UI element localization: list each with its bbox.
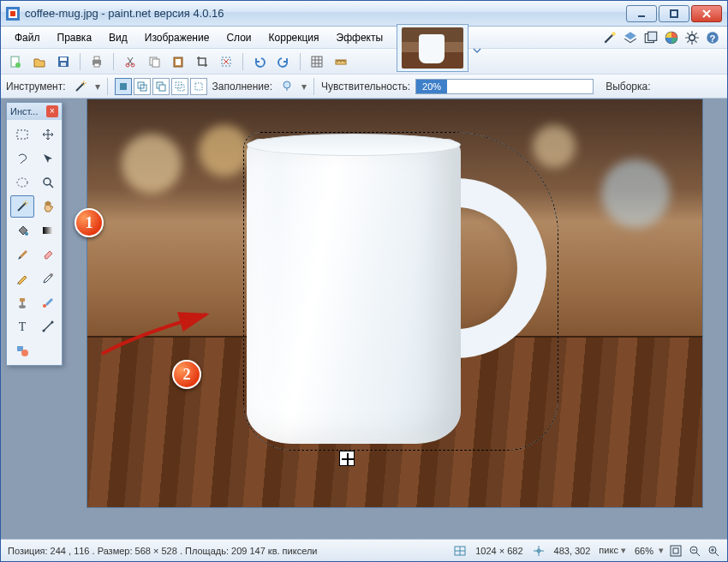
selection-replace-button[interactable] xyxy=(115,78,132,95)
text-tool[interactable]: T xyxy=(10,315,34,338)
lasso-tool[interactable] xyxy=(10,147,34,170)
selection-add-button[interactable] xyxy=(134,78,151,95)
tolerance-value: 20% xyxy=(416,80,447,93)
tools-window-close-button[interactable]: × xyxy=(46,105,58,117)
window-controls xyxy=(624,5,722,22)
pan-tool[interactable] xyxy=(36,195,60,218)
move-selection-tool[interactable] xyxy=(36,123,60,146)
zoom-value: 66% xyxy=(635,546,653,556)
magic-wand-tool-icon[interactable] xyxy=(71,77,90,96)
menu-effects[interactable]: Эффекты xyxy=(328,28,392,47)
close-button[interactable] xyxy=(691,5,722,22)
ellipse-select-tool[interactable] xyxy=(10,171,34,194)
separator xyxy=(300,53,301,70)
app-icon xyxy=(6,7,20,21)
menu-file[interactable]: Файл xyxy=(6,28,49,47)
selection-xor-button[interactable] xyxy=(190,78,207,95)
units-select[interactable]: пикс ▾ xyxy=(599,545,626,556)
tool-label: Инструмент: xyxy=(6,81,66,93)
help-icon[interactable]: ? xyxy=(705,30,720,45)
zoom-tool[interactable] xyxy=(36,171,60,194)
clone-stamp-tool[interactable] xyxy=(10,291,34,314)
tools-grid: T xyxy=(7,120,62,365)
open-file-button[interactable] xyxy=(30,52,49,71)
tools-window[interactable]: Инст... × T xyxy=(6,102,63,366)
eraser-tool[interactable] xyxy=(36,243,60,266)
selection-subtract-button[interactable] xyxy=(152,78,170,95)
rectangle-select-tool[interactable] xyxy=(10,123,34,146)
document-thumbnail[interactable] xyxy=(397,24,468,72)
color-wheel-icon[interactable] xyxy=(664,30,679,45)
line-tool[interactable] xyxy=(36,315,60,338)
svg-point-40 xyxy=(44,178,51,185)
svg-rect-23 xyxy=(152,59,159,67)
redo-button[interactable] xyxy=(274,52,293,71)
menu-edit[interactable]: Правка xyxy=(49,28,101,47)
zoom-fit-icon[interactable] xyxy=(669,544,683,558)
zoom-dropdown-icon[interactable]: ▾ xyxy=(659,545,664,556)
tools-window-titlebar[interactable]: Инст... × xyxy=(7,103,62,120)
print-button[interactable] xyxy=(87,52,106,71)
recolor-tool[interactable] xyxy=(36,291,60,314)
crop-button[interactable] xyxy=(193,52,212,71)
status-position: Позиция: 244 , 116 . Размер: 568 × 528 .… xyxy=(8,546,317,556)
pencil-tool[interactable] xyxy=(10,267,34,290)
shapes-tool[interactable] xyxy=(10,339,34,362)
selection-mode-group xyxy=(115,78,207,95)
menubar: Файл Правка Вид Изображение Слои Коррекц… xyxy=(1,27,727,49)
fill-label: Заполнение: xyxy=(212,81,272,93)
windows-icon[interactable] xyxy=(643,30,659,45)
svg-rect-29 xyxy=(120,83,127,90)
ruler-button[interactable] xyxy=(331,52,350,71)
move-handle-icon[interactable] xyxy=(339,451,355,466)
menu-layers[interactable]: Слои xyxy=(218,28,260,47)
selection-intersect-button[interactable] xyxy=(171,78,188,95)
separator xyxy=(107,78,108,95)
bokeh-light xyxy=(199,125,250,176)
flood-mode-icon[interactable] xyxy=(277,77,296,96)
utility-icons: ? xyxy=(602,30,720,45)
svg-rect-44 xyxy=(20,298,25,302)
image-size-value: 1024 × 682 xyxy=(475,546,522,556)
zoom-out-icon[interactable] xyxy=(688,544,701,558)
gradient-tool[interactable] xyxy=(36,219,60,242)
menu-adjust[interactable]: Коррекция xyxy=(260,28,328,47)
paint-bucket-tool[interactable] xyxy=(10,219,34,242)
annotation-marker-2: 2 xyxy=(172,360,201,389)
deselect-button[interactable] xyxy=(217,52,236,71)
color-picker-tool[interactable] xyxy=(36,267,60,290)
thumbnail-dropdown-icon[interactable] xyxy=(472,45,482,56)
gear-icon[interactable] xyxy=(684,30,700,45)
zoom-in-icon[interactable] xyxy=(707,544,720,558)
tolerance-slider[interactable]: 20% xyxy=(415,79,594,94)
paste-button[interactable] xyxy=(169,52,188,71)
menu-image[interactable]: Изображение xyxy=(136,28,218,47)
move-pixels-tool[interactable] xyxy=(36,147,60,170)
save-button[interactable] xyxy=(54,52,73,71)
svg-point-49 xyxy=(51,321,54,324)
separator xyxy=(242,53,243,70)
new-file-button[interactable] xyxy=(6,52,25,71)
svg-text:T: T xyxy=(19,320,27,333)
tolerance-label: Чувствительность: xyxy=(321,81,410,93)
svg-point-46 xyxy=(43,304,46,308)
layers-icon[interactable] xyxy=(623,30,638,45)
canvas[interactable] xyxy=(87,99,703,508)
bokeh-light xyxy=(533,125,576,168)
undo-button[interactable] xyxy=(250,52,269,71)
svg-rect-7 xyxy=(648,32,657,40)
menu-view[interactable]: Вид xyxy=(100,28,136,47)
separator xyxy=(313,78,314,95)
flood-dropdown-icon[interactable]: ▾ xyxy=(301,81,307,93)
tool-dropdown-icon[interactable]: ▾ xyxy=(95,81,100,93)
cut-button[interactable] xyxy=(121,52,140,71)
magic-wand-tool[interactable] xyxy=(10,195,34,218)
paintbrush-tool[interactable] xyxy=(10,243,34,266)
cursor-position-icon xyxy=(532,544,546,558)
svg-point-5 xyxy=(612,32,616,36)
minimize-button[interactable] xyxy=(626,5,657,22)
grid-button[interactable] xyxy=(307,52,326,71)
wand-icon[interactable] xyxy=(602,30,618,45)
copy-button[interactable] xyxy=(145,52,164,71)
maximize-button[interactable] xyxy=(659,5,689,22)
